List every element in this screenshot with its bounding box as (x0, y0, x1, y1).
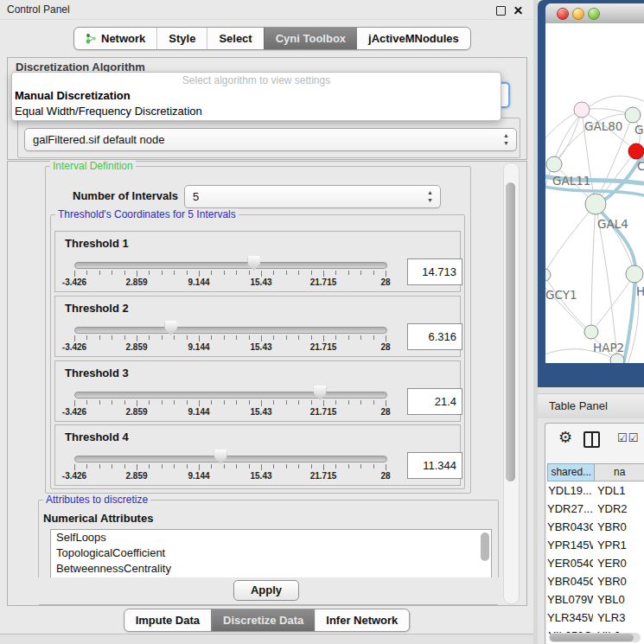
slider-ticks (74, 271, 386, 277)
column-header-name[interactable]: na (595, 463, 644, 481)
network-node[interactable] (626, 265, 643, 283)
tick-label: 15.43 (250, 407, 271, 417)
settings-vertical-scrollbar[interactable] (503, 163, 520, 604)
tab-select[interactable]: Select (207, 28, 263, 49)
network-node[interactable] (610, 354, 624, 363)
slider-track[interactable] (74, 392, 387, 399)
threshold-1-box: Threshold 1 -3.4262.8599.14415.4321.7152… (54, 231, 461, 292)
threshold-1-value[interactable]: 14.713 (407, 258, 462, 285)
list-item[interactable]: TopologicalCoefficient (51, 545, 491, 561)
table-horizontal-scrollbar[interactable] (549, 633, 641, 642)
table-data-combobox-value: galFiltered.sif default node (33, 129, 164, 150)
tab-infer-network[interactable]: Infer Network (315, 609, 409, 631)
table-cell[interactable]: YDR2 (593, 500, 644, 518)
tab-jactivemnodules[interactable]: jActiveMNodules (357, 28, 470, 49)
apply-button[interactable]: Apply (233, 580, 299, 601)
table-cell[interactable]: YLR3 (593, 609, 644, 627)
tick-label: 21.715 (310, 342, 337, 352)
tick-label: 21.715 (310, 407, 337, 417)
list-item[interactable]: SelfLoops (51, 530, 491, 545)
tick-label: 28 (380, 277, 390, 287)
tick-label: 15.43 (250, 277, 271, 287)
columns-icon[interactable] (583, 431, 600, 448)
network-view-window[interactable]: GAL80GACGAL11GAL4GCY1HHAP2 (538, 0, 644, 387)
table-cell[interactable]: YDR27... (547, 500, 593, 518)
gear-icon[interactable]: ⚙ (558, 429, 572, 446)
interval-definition-title: Interval Definition (50, 160, 136, 172)
close-icon[interactable] (513, 5, 523, 15)
table-cell[interactable]: YBL0 (593, 590, 644, 609)
algorithm-option-manual[interactable]: Manual Discretization (12, 88, 501, 104)
tab-network[interactable]: Network (74, 28, 156, 49)
threshold-4-box: Threshold 4 -3.4262.8599.14415.4321.7152… (54, 424, 461, 486)
table-cell[interactable]: YPR1 (593, 536, 644, 554)
network-node[interactable] (628, 143, 644, 159)
threshold-3-value[interactable]: 21.4 (407, 388, 462, 415)
select-columns-checkboxes-icon[interactable]: ☑☑ (617, 431, 639, 444)
slider-track[interactable] (74, 456, 387, 462)
table-row[interactable]: YBR045CYBR0 (547, 572, 644, 590)
threshold-2-value[interactable]: 6.316 (407, 323, 462, 350)
network-node[interactable] (625, 107, 641, 123)
table-row[interactable]: YBL079WYBL0 (547, 590, 644, 609)
network-node[interactable] (574, 102, 590, 118)
tab-network-label: Network (101, 32, 145, 45)
table-cell[interactable]: YBR0 (593, 518, 644, 536)
threshold-4-slider[interactable]: -3.4262.8599.14415.4321.71528 (74, 425, 386, 485)
zoom-traffic-light-icon[interactable] (588, 8, 600, 20)
network-canvas[interactable]: GAL80GACGAL11GAL4GCY1HHAP2 (545, 23, 644, 363)
control-panel-title: Control Panel (7, 3, 70, 16)
network-window-titlebar[interactable] (545, 3, 644, 24)
number-of-intervals-combobox[interactable]: 5 ▲▼ (184, 185, 441, 208)
numerical-attributes-list[interactable]: SelfLoops TopologicalCoefficient Between… (50, 529, 492, 579)
list-item[interactable]: BetweennessCentrality (51, 561, 491, 577)
table-body: YDL19...YDL1YDR27...YDR2YBR043CYBR0YPR14… (547, 481, 644, 644)
algorithm-option-equal-width[interactable]: Equal Width/Frequency Discretization (12, 104, 501, 119)
table-cell[interactable]: YBR0 (593, 572, 644, 590)
table-cell[interactable]: YDL1 (593, 481, 644, 500)
float-window-icon[interactable] (496, 6, 506, 16)
tab-style[interactable]: Style (156, 28, 207, 49)
scrollbar-thumb[interactable] (550, 634, 634, 641)
table-row[interactable]: YLR345WYLR3 (547, 609, 644, 627)
table-data-combobox[interactable]: galFiltered.sif default node ▲▼ (24, 128, 517, 151)
slider-tick-labels: -3.4262.8599.14415.4321.71528 (74, 471, 386, 481)
table-cell[interactable]: YDL19... (547, 481, 593, 500)
threshold-1-slider[interactable]: -3.4262.8599.14415.4321.71528 (74, 232, 386, 291)
threshold-3-slider[interactable]: -3.4262.8599.14415.4321.71528 (74, 361, 386, 421)
table-cell[interactable]: YER0 (593, 554, 644, 572)
slider-tick-labels: -3.4262.8599.14415.4321.71528 (74, 407, 386, 418)
network-node[interactable] (585, 194, 606, 214)
list-scrollbar[interactable] (481, 532, 489, 561)
slider-track[interactable] (74, 327, 387, 334)
combobox-spinner-icon: ▲▼ (426, 188, 434, 204)
network-node[interactable] (545, 269, 551, 281)
table-row[interactable]: YDR27...YDR2 (547, 500, 644, 518)
table-cell[interactable]: YLR345W (547, 609, 593, 627)
threshold-4-value[interactable]: 11.344 (407, 452, 462, 479)
table-cell[interactable]: YER054C (547, 554, 593, 572)
table-cell[interactable]: YBL079W (547, 590, 593, 609)
tick-label: 9.144 (188, 277, 209, 287)
table-row[interactable]: YER054CYER0 (547, 554, 644, 572)
table-cell[interactable]: YBR043C (547, 518, 593, 536)
minimize-traffic-light-icon[interactable] (572, 8, 584, 20)
tick-label: 21.715 (310, 471, 337, 481)
slider-track[interactable] (74, 262, 387, 269)
table-row[interactable]: YPR145WYPR1 (547, 536, 644, 554)
network-node-label: HAP2 (593, 341, 624, 354)
table-row[interactable]: YDL19...YDL1 (547, 481, 644, 500)
tab-impute-data[interactable]: Impute Data (124, 609, 211, 631)
threshold-2-slider[interactable]: -3.4262.8599.14415.4321.71528 (74, 296, 386, 356)
scrollbar-thumb[interactable] (506, 182, 515, 481)
table-row[interactable]: YBR043CYBR0 (547, 518, 644, 536)
network-node[interactable] (584, 325, 598, 339)
tab-discretize-data[interactable]: Discretize Data (211, 609, 315, 631)
network-node-label: GAL80 (584, 119, 622, 133)
tab-cyni-toolbox[interactable]: Cyni Toolbox (264, 28, 357, 49)
table-cell[interactable]: YPR145W (547, 536, 593, 554)
table-cell[interactable]: YBR045C (547, 572, 593, 590)
column-header-shared-name[interactable]: shared... (547, 463, 595, 481)
close-traffic-light-icon[interactable] (557, 8, 569, 20)
network-node[interactable] (546, 156, 562, 172)
